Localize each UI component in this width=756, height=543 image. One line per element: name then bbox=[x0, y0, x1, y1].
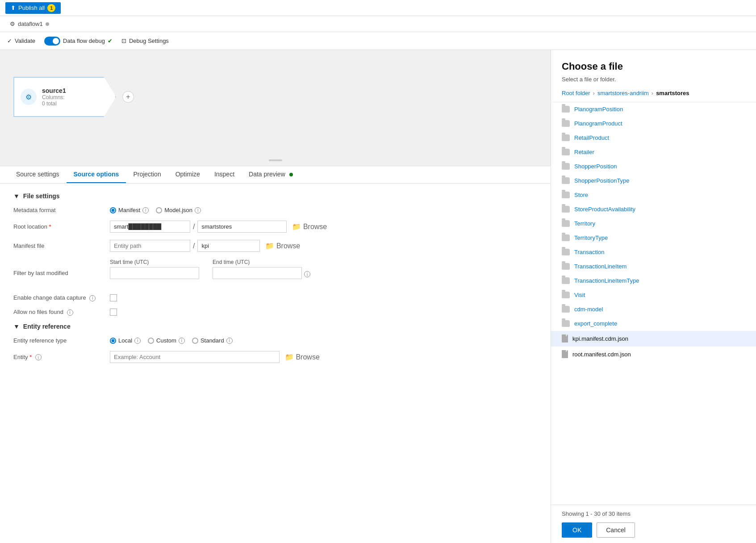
list-item[interactable]: StoreProductAvailability bbox=[551, 202, 756, 217]
tab-optimize[interactable]: Optimize bbox=[168, 166, 207, 183]
left-panel: ⚙ source1 Columns: 0 total + bbox=[0, 50, 551, 543]
list-item[interactable]: kpi.manifest.cdm.json bbox=[551, 331, 756, 347]
add-node-button[interactable]: + bbox=[122, 91, 134, 103]
entity-info-icon[interactable]: i bbox=[35, 354, 42, 360]
folder-icon bbox=[562, 177, 570, 184]
entity-label: Entity * i bbox=[13, 354, 103, 361]
manifest-file-label: Manifest file bbox=[13, 242, 103, 249]
validate-button[interactable]: ✓ Validate bbox=[7, 38, 35, 44]
manifest-info-icon[interactable]: i bbox=[142, 207, 149, 213]
local-info-icon[interactable]: i bbox=[134, 338, 141, 344]
folder-name: RetailProduct bbox=[574, 134, 609, 141]
tab-dataflow1[interactable]: ⚙ dataflow1 bbox=[5, 16, 54, 32]
list-item[interactable]: root.manifest.cdm.json bbox=[551, 347, 756, 362]
end-time-input[interactable] bbox=[213, 267, 302, 279]
list-item[interactable]: PlanogramPosition bbox=[551, 102, 756, 117]
custom-radio[interactable]: Custom i bbox=[148, 337, 185, 344]
entity-ref-header[interactable]: ▼ Entity reference bbox=[13, 323, 537, 330]
breadcrumb-root[interactable]: Root folder bbox=[562, 90, 590, 96]
cancel-button[interactable]: Cancel bbox=[597, 522, 635, 538]
list-item[interactable]: PlanogramProduct bbox=[551, 117, 756, 131]
debug-settings-button[interactable]: ⊡ Debug Settings bbox=[121, 38, 169, 44]
file-chooser-panel: Choose a file Select a file or folder. R… bbox=[551, 50, 756, 543]
source-node[interactable]: ⚙ source1 Columns: 0 total bbox=[13, 77, 116, 117]
entity-ref-collapse-icon: ▼ bbox=[13, 323, 20, 330]
folder-icon bbox=[562, 320, 570, 327]
list-item[interactable]: ShopperPosition bbox=[551, 159, 756, 174]
entity-input[interactable] bbox=[110, 351, 280, 363]
list-item[interactable]: TerritoryType bbox=[551, 231, 756, 245]
breadcrumb-nav: Root folder › smartstores-andriim › smar… bbox=[551, 90, 756, 102]
root-location-input2[interactable] bbox=[197, 221, 287, 233]
tab-bar: ⚙ dataflow1 bbox=[0, 16, 756, 32]
file-name: kpi.manifest.cdm.json bbox=[572, 335, 628, 342]
tab-source-options[interactable]: Source options bbox=[67, 166, 126, 183]
debug-settings-icon: ⊡ bbox=[121, 38, 126, 44]
root-location-input1[interactable] bbox=[110, 221, 190, 233]
columns-label: Columns: bbox=[42, 94, 65, 100]
standard-radio[interactable]: Standard i bbox=[192, 337, 233, 344]
no-files-info-icon[interactable]: i bbox=[67, 309, 73, 316]
manifest-radio-btn[interactable] bbox=[110, 207, 116, 213]
standard-radio-btn[interactable] bbox=[192, 338, 198, 344]
list-item[interactable]: TransactionLineItemType bbox=[551, 274, 756, 288]
list-item[interactable]: Visit bbox=[551, 288, 756, 302]
manifest-radio[interactable]: Manifest i bbox=[110, 207, 149, 213]
tab-source-settings[interactable]: File settings Source settings bbox=[9, 166, 67, 183]
tab-data-preview[interactable]: Data preview bbox=[242, 166, 300, 183]
list-item[interactable]: Transaction bbox=[551, 245, 756, 259]
model-json-radio[interactable]: Model.json i bbox=[156, 207, 201, 213]
breadcrumb-current: smartstores bbox=[656, 90, 689, 96]
change-capture-checkbox[interactable] bbox=[110, 294, 117, 301]
list-item[interactable]: TransactionLineItem bbox=[551, 259, 756, 274]
debug-label: Data flow debug bbox=[63, 38, 105, 44]
custom-radio-btn[interactable] bbox=[148, 338, 154, 344]
no-files-checkbox[interactable] bbox=[110, 309, 117, 316]
source-node-title: source1 bbox=[42, 87, 66, 94]
path-separator-2: / bbox=[193, 242, 195, 250]
list-item[interactable]: Territory bbox=[551, 217, 756, 231]
debug-toggle[interactable]: Data flow debug ✔ bbox=[44, 37, 113, 46]
entity-input-group: 📁 Browse bbox=[110, 351, 322, 363]
change-capture-info-icon[interactable]: i bbox=[89, 295, 96, 301]
model-json-info-icon[interactable]: i bbox=[195, 207, 201, 213]
breadcrumb-sep-1: › bbox=[593, 90, 595, 96]
list-item[interactable]: Retailer bbox=[551, 145, 756, 159]
entity-browse-button[interactable]: 📁 Browse bbox=[282, 352, 322, 362]
list-item[interactable]: export_complete bbox=[551, 317, 756, 331]
start-time-input[interactable] bbox=[110, 267, 199, 279]
file-settings-label: File settings bbox=[23, 192, 60, 200]
toggle-switch[interactable] bbox=[44, 37, 60, 46]
manifest-file-input2[interactable] bbox=[197, 240, 260, 252]
model-json-radio-btn[interactable] bbox=[156, 207, 162, 213]
folder-name: StoreProductAvailability bbox=[574, 206, 635, 213]
custom-info-icon[interactable]: i bbox=[179, 338, 185, 344]
list-item[interactable]: ShopperPositionType bbox=[551, 174, 756, 188]
breadcrumb-folder1[interactable]: smartstores-andriim bbox=[597, 90, 649, 96]
tab-unsaved-dot bbox=[46, 22, 49, 26]
file-list: PlanogramPosition PlanogramProduct Retai… bbox=[551, 102, 756, 505]
list-item[interactable]: Store bbox=[551, 188, 756, 202]
metadata-format-label: Metadata format bbox=[13, 207, 103, 213]
end-time-info-icon[interactable]: i bbox=[304, 271, 310, 277]
path-separator-1: / bbox=[193, 223, 195, 231]
folder-name: TerritoryType bbox=[574, 234, 608, 241]
tab-inspect[interactable]: Inspect bbox=[207, 166, 242, 183]
tab-projection[interactable]: Projection bbox=[126, 166, 168, 183]
file-settings-header[interactable]: ▼ File settings bbox=[13, 192, 537, 200]
ok-button[interactable]: OK bbox=[562, 522, 592, 538]
publish-all-button[interactable]: ⬆ Publish all 1 bbox=[5, 2, 61, 14]
manifest-file-browse-button[interactable]: 📁 Browse bbox=[263, 241, 303, 251]
standard-info-icon[interactable]: i bbox=[226, 338, 233, 344]
list-item[interactable]: RetailProduct bbox=[551, 131, 756, 145]
root-location-browse-button[interactable]: 📁 Browse bbox=[289, 221, 330, 232]
manifest-file-input1[interactable] bbox=[110, 240, 190, 252]
metadata-format-radio-group: Manifest i Model.json i bbox=[110, 207, 201, 213]
local-radio[interactable]: Local i bbox=[110, 337, 141, 344]
list-item[interactable]: cdm-model bbox=[551, 302, 756, 317]
folder-name: ShopperPositionType bbox=[574, 177, 630, 184]
folder-icon bbox=[562, 234, 570, 241]
local-radio-btn[interactable] bbox=[110, 338, 116, 344]
folder-name: PlanogramProduct bbox=[574, 120, 622, 127]
folder-icon bbox=[562, 292, 570, 298]
